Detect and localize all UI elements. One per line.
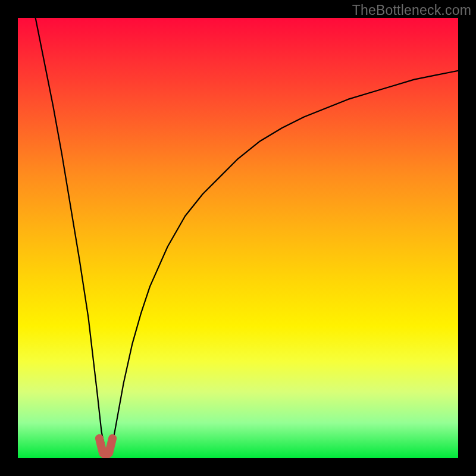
curve-svg: [18, 18, 458, 458]
chart-frame: TheBottleneck.com: [0, 0, 476, 476]
plot-area: [18, 18, 458, 458]
bottleneck-curve: [36, 18, 458, 454]
watermark-text: TheBottleneck.com: [352, 2, 471, 18]
minimum-marker: [99, 439, 112, 456]
